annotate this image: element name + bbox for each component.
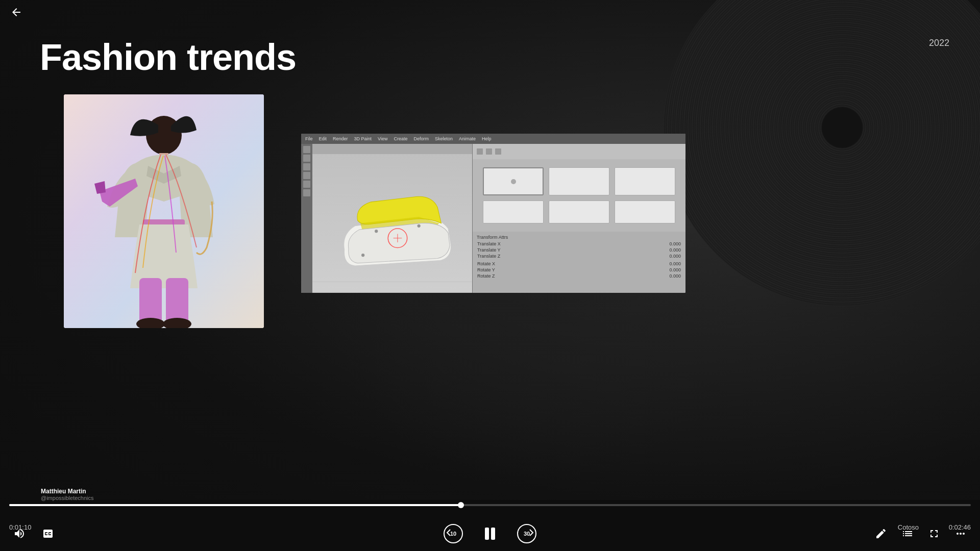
properties-panel: Transform Attrs Translate X 0.000 Transl… <box>473 232 685 293</box>
tool-move <box>303 155 310 162</box>
svg-point-16 <box>361 254 364 257</box>
software-menubar: File Edit Render 3D Paint View Create De… <box>301 134 685 144</box>
svg-point-15 <box>418 224 421 228</box>
viewport-toolbar <box>301 144 312 293</box>
panel-icon-1 <box>477 148 483 155</box>
software-right-panel: Transform Attrs Translate X 0.000 Transl… <box>473 144 685 293</box>
prop-label-6: Rotate Y <box>477 267 495 272</box>
viewport-content <box>312 154 472 293</box>
prop-row-1: Transform Attrs <box>477 235 681 240</box>
prop-label-3: Translate Y <box>477 247 501 253</box>
prop-value-2: 0.000 <box>669 241 681 246</box>
prop-value-5: 0.000 <box>669 261 681 266</box>
character-svg <box>64 94 264 328</box>
menu-edit[interactable]: Edit <box>319 136 327 141</box>
thumbnail-grid <box>473 159 685 232</box>
prop-row-5: Rotate X 0.000 <box>477 261 681 267</box>
prop-label-4: Translate Z <box>477 254 500 259</box>
prop-row-4: Translate Z 0.000 <box>477 253 681 259</box>
prop-value-7: 0.000 <box>669 273 681 279</box>
tool-brush <box>303 181 310 188</box>
menu-deform[interactable]: Deform <box>413 136 429 141</box>
thumbnail-1[interactable] <box>483 167 544 195</box>
thumbnail-6[interactable] <box>615 201 675 223</box>
tool-scale <box>303 172 310 179</box>
prop-value-3: 0.000 <box>669 247 681 253</box>
prop-row-2: Translate X 0.000 <box>477 241 681 247</box>
year-badge: 2022 <box>929 38 949 48</box>
prop-label-5: Rotate X <box>477 261 495 266</box>
svg-point-14 <box>375 230 378 233</box>
menu-render[interactable]: Render <box>333 136 348 141</box>
menu-animate[interactable]: Animate <box>459 136 476 141</box>
prop-label-7: Rotate Z <box>477 273 495 279</box>
menu-view[interactable]: View <box>378 136 387 141</box>
3d-viewport <box>301 144 473 293</box>
back-button[interactable] <box>8 4 24 20</box>
menu-3dpaint[interactable]: 3D Paint <box>354 136 372 141</box>
thumbnail-4[interactable] <box>483 201 544 223</box>
prop-row-3: Translate Y 0.000 <box>477 247 681 253</box>
3d-object-svg <box>312 154 472 293</box>
prop-row-6: Rotate Y 0.000 <box>477 267 681 273</box>
menu-file[interactable]: File <box>305 136 313 141</box>
menu-create[interactable]: Create <box>394 136 407 141</box>
main-content: Fashion trends 2022 <box>0 0 980 551</box>
back-arrow-icon <box>10 6 22 18</box>
prop-value-6: 0.000 <box>669 267 681 272</box>
prop-row-7: Rotate Z 0.000 <box>477 273 681 279</box>
character-image <box>64 94 264 328</box>
right-toolbar <box>473 144 685 159</box>
software-screenshot: File Edit Render 3D Paint View Create De… <box>301 134 685 293</box>
tool-select <box>303 146 310 153</box>
thumbnail-3[interactable] <box>615 167 675 195</box>
thumbnail-5[interactable] <box>549 201 609 223</box>
panel-icon-3 <box>495 148 501 155</box>
thumbnail-2[interactable] <box>549 167 609 195</box>
prop-label-2: Translate X <box>477 241 501 246</box>
tool-paint <box>303 189 310 196</box>
tool-rotate <box>303 163 310 170</box>
prop-label-1: Transform Attrs <box>477 235 508 240</box>
prop-value-4: 0.000 <box>669 254 681 259</box>
page-title: Fashion trends <box>40 39 296 76</box>
panel-icon-2 <box>486 148 492 155</box>
character-figure-bg <box>64 94 264 328</box>
menu-skeleton[interactable]: Skeleton <box>435 136 453 141</box>
menu-help[interactable]: Help <box>482 136 492 141</box>
